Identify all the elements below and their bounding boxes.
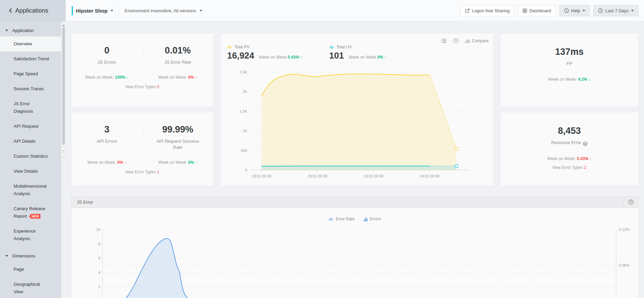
fp-value: 137ms (555, 46, 583, 57)
sidebar-item-view-details[interactable]: View Details (0, 164, 61, 179)
total-uv-wow: Week on Week 0% ↑ (349, 55, 386, 60)
divider (142, 48, 143, 60)
js-errors-label: JS Errors (98, 59, 116, 65)
sidebar-item-canary-release-report[interactable]: Canary Release ReportNEW (0, 201, 61, 224)
chart-legend: Error Rate Errors (71, 217, 638, 221)
clock-icon (628, 200, 633, 205)
time-range-button[interactable]: Last 7 Days (593, 5, 639, 16)
external-link-icon (465, 9, 470, 13)
js-errors-value: 0 (104, 45, 109, 56)
sidebar-scrollbar[interactable] (61, 21, 66, 298)
svg-text:2: 2 (98, 285, 100, 289)
api-errors-value: 3 (104, 124, 109, 135)
logon-free-sharing-button[interactable]: Logon-free Sharing (460, 5, 514, 16)
svg-text:2.5K: 2.5K (239, 70, 247, 74)
api-success-rate-wow: Week on Week: 0% ↑ (142, 160, 214, 165)
help-button[interactable]: Help (559, 5, 590, 16)
caret-down-icon (582, 10, 585, 13)
sidebar-item-satisfaction-trend[interactable]: Satisfaction Trend (0, 51, 61, 66)
accent-bar (72, 6, 73, 15)
sidebar: ApplicationOverviewSatisfaction TrendPag… (0, 21, 61, 298)
resource-new-error-types: New Error Types 2 (553, 165, 586, 170)
fp-card: 137ms FP Week on Week: 4.2% ↓ (500, 33, 639, 107)
sidebar-group-application[interactable]: Application (0, 24, 61, 36)
sidebar-item-multidimensional-analysis[interactable]: Multidimensional Analysis (0, 179, 61, 201)
back-nav[interactable]: Applications (0, 0, 66, 21)
api-errors-card: 3 API Errors 99.99% API Request Success … (71, 112, 214, 186)
sidebar-collapse-handle[interactable] (61, 147, 66, 156)
svg-text:0.06%: 0.06% (619, 263, 629, 267)
legend-errors[interactable]: Errors (363, 217, 381, 221)
api-new-error-types: New Error Types 1 (71, 170, 213, 174)
main-content: 0 JS Errors 0.01% JS Error Rate Week on … (66, 21, 644, 298)
fp-label: FP (566, 61, 572, 67)
dashboard-icon (523, 9, 527, 13)
sidebar-item-experience-analysis[interactable]: Experience Analysis (0, 224, 61, 246)
sidebar-item-page-speed[interactable]: Page Speed (0, 66, 61, 81)
api-errors-wow: Week on Week: 0% ↑ (71, 160, 142, 165)
total-uv-stat: Total UV 101 Week on Week 0% ↑ (329, 45, 386, 61)
app-switcher[interactable]: Hipster Shop (76, 8, 113, 14)
app-name: Hipster Shop (76, 8, 107, 14)
sidebar-item-api-request[interactable]: API Request (0, 119, 61, 134)
js-error-chart[interactable]: 1086420.12%0.06% (71, 208, 638, 298)
total-uv-value: 101 (329, 50, 344, 61)
sidebar-item-api-details[interactable]: API Details (0, 134, 61, 149)
environment-select[interactable]: Environment insensitive, All versions (124, 8, 202, 13)
svg-text:2K: 2K (243, 90, 248, 94)
list-view-icon[interactable] (441, 38, 446, 43)
api-success-rate-value: 99.99% (162, 124, 193, 135)
js-error-rate-wow: Week on Week: 0% ↑ (142, 75, 214, 80)
sidebar-item-geographical-view[interactable]: Geographical View (0, 277, 61, 298)
info-icon (564, 8, 569, 13)
js-errors-wow: Week on Week: 100% ↓ (71, 75, 142, 80)
resource-error-label: Resource Error? (551, 140, 588, 146)
question-icon[interactable]: ? (583, 141, 588, 146)
svg-text:4: 4 (98, 270, 100, 275)
history-icon[interactable] (453, 38, 458, 43)
sidebar-item-js-error-diagnosis[interactable]: JS Error Diagnosis (0, 96, 61, 119)
total-pv-value: 16,924 (227, 50, 254, 61)
svg-text:6: 6 (98, 256, 100, 260)
sidebar-item-page[interactable]: Page (0, 262, 61, 277)
js-error-panel-body: Error Rate Errors 1086420.12%0.06% (71, 208, 639, 298)
sidebar-item-custom-statistics[interactable]: Custom Statistics (0, 149, 61, 164)
caret-down-icon (5, 30, 8, 33)
total-pv-label: Total PV (234, 45, 250, 49)
api-success-rate-label: API Request Success Rate (151, 138, 204, 151)
scrollbar-thumb[interactable] (62, 27, 65, 145)
topbar: Applications Hipster Shop Environment in… (0, 0, 644, 21)
svg-text:1.5K: 1.5K (239, 109, 247, 113)
sidebar-item-overview[interactable]: Overview (0, 36, 61, 51)
error-rate-icon (328, 217, 334, 221)
pv-uv-chart-card: Compare Total PV 16,924 Week on Week 0.4… (220, 33, 494, 186)
compare-icon (465, 39, 470, 43)
svg-text:500: 500 (241, 148, 247, 153)
resource-error-card: 8,453 Resource Error? Week on Week: 0.43… (500, 112, 639, 186)
sidebar-item-session-traces[interactable]: Session Traces (0, 81, 61, 96)
errors-bars-icon (363, 217, 368, 221)
svg-text:18/11 00:00: 18/11 00:00 (252, 174, 271, 178)
legend-error-rate[interactable]: Error Rate (328, 217, 354, 221)
resource-error-wow: Week on Week: 0.43% ↑ (547, 156, 592, 161)
js-error-panel-title: JS Error (77, 200, 93, 205)
js-new-error-types: New Error Types 0 (71, 84, 213, 89)
js-error-panel-header: JS Error (71, 196, 639, 208)
caret-down-icon (200, 10, 202, 13)
svg-text:1K: 1K (243, 129, 248, 133)
compare-button[interactable]: Compare (465, 38, 489, 43)
caret-down-icon (5, 255, 8, 258)
sidebar-group-dimensions[interactable]: Dimensions (0, 250, 61, 262)
fp-wow: Week on Week: 4.2% ↓ (548, 77, 590, 82)
scroll-up-arrow-icon[interactable] (62, 23, 65, 26)
svg-text:0: 0 (245, 168, 247, 172)
total-pv-wow: Week on Week 0.43% ↑ (259, 55, 303, 60)
svg-text:0.12%: 0.12% (619, 228, 629, 232)
dashboard-button[interactable]: Dashboard (518, 5, 556, 16)
js-errors-card: 0 JS Errors 0.01% JS Error Rate Week on … (71, 33, 214, 107)
caret-down-icon (111, 10, 113, 13)
divider (119, 6, 119, 15)
environment-label: Environment insensitive, All versions (124, 8, 196, 13)
svg-text:20/11 00:00: 20/11 00:00 (308, 174, 327, 178)
panel-history-button[interactable] (623, 197, 638, 208)
